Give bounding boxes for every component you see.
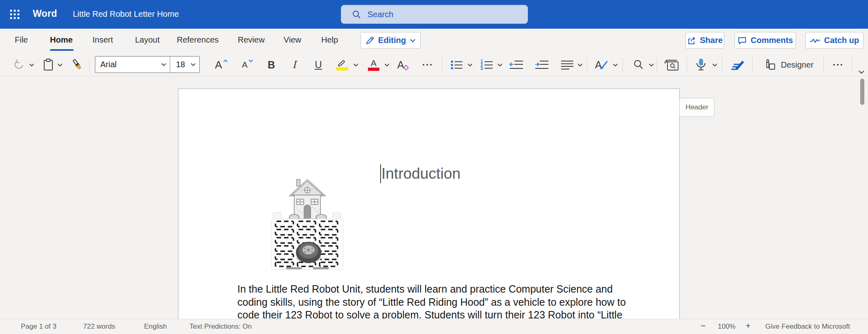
text-predictions-status[interactable]: Text Predictions: On — [189, 323, 252, 331]
chevron-down-icon — [190, 63, 196, 66]
status-bar: Page 1 of 3 722 words English Text Predi… — [0, 319, 868, 334]
dictate-button[interactable] — [693, 53, 709, 76]
find-button[interactable] — [631, 53, 646, 76]
italic-letter: I — [292, 59, 296, 70]
catch-up-button[interactable]: Catch up — [805, 32, 863, 49]
format-painter-button[interactable] — [70, 53, 85, 76]
highlight-menu-chevron[interactable] — [352, 53, 359, 76]
paragraph-line[interactable]: In the Little Red Robot Unit, students w… — [237, 283, 630, 296]
zoom-level[interactable]: 100% — [718, 323, 735, 331]
zoom-in-button[interactable]: + — [746, 321, 751, 331]
font-size-combobox[interactable]: 18 — [170, 57, 199, 73]
underline-letter: U — [315, 59, 322, 70]
search-box[interactable] — [341, 5, 528, 24]
app-launcher-icon[interactable] — [9, 9, 20, 20]
paragraph-line[interactable]: coding skills, using the story of “Littl… — [237, 296, 630, 309]
alignment-chevron[interactable] — [576, 53, 584, 76]
tab-review[interactable]: Review — [238, 35, 265, 45]
designer-label: Designer — [781, 60, 814, 70]
font-color-letter: A — [371, 59, 377, 67]
app-name[interactable]: Word — [33, 8, 57, 19]
clear-formatting-button[interactable]: A — [395, 53, 412, 76]
feedback-link[interactable]: Give Feedback to Microsoft — [765, 323, 850, 331]
bullet-list-button[interactable] — [449, 53, 465, 76]
font-color-swatch — [368, 68, 379, 71]
alignment-button[interactable] — [559, 53, 575, 76]
quick-toolbar: Arial 18 A A B I U A — [0, 53, 868, 76]
font-name-combobox[interactable]: Arial — [95, 57, 170, 73]
app-top-bar: Word Little Red Robot Letter Home — [0, 0, 868, 29]
active-tab-indicator — [50, 49, 74, 51]
toolbar-divider — [823, 57, 824, 72]
styles-button[interactable]: A — [593, 53, 611, 76]
paste-button[interactable] — [42, 53, 55, 76]
tab-insert[interactable]: Insert — [92, 35, 113, 45]
increase-indent-button[interactable] — [533, 53, 551, 76]
comment-icon — [737, 36, 747, 45]
toolbar-divider — [89, 57, 90, 72]
bold-letter: B — [268, 59, 275, 71]
paragraph-line[interactable]: code their 123 Robot to solve a problem.… — [237, 309, 630, 319]
vertical-scrollbar-thumb[interactable] — [860, 79, 864, 105]
text-highlight-button[interactable] — [334, 53, 350, 76]
toolbar-divider — [752, 57, 753, 72]
zoom-out-button[interactable]: − — [701, 321, 706, 331]
document-title[interactable]: Little Red Robot Letter Home — [73, 9, 179, 19]
underline-button[interactable]: U — [312, 53, 325, 76]
tab-references[interactable]: References — [177, 35, 219, 45]
document-canvas: Introduction In the Little Red Robot Uni… — [0, 76, 868, 319]
italic-button[interactable]: I — [288, 53, 300, 76]
designer-button[interactable]: Designer — [758, 53, 819, 76]
font-size-value: 18 — [176, 60, 190, 69]
dictate-chevron[interactable] — [711, 53, 718, 76]
styles-chevron[interactable] — [611, 53, 619, 76]
font-name-value: Arial — [100, 60, 161, 69]
word-count-status[interactable]: 722 words — [83, 323, 115, 331]
editing-mode-button[interactable]: Editing — [361, 32, 421, 49]
share-button[interactable]: Share — [685, 32, 724, 49]
decrease-indent-button[interactable] — [507, 53, 525, 76]
document-image-house-robot-mat[interactable] — [271, 166, 344, 272]
tab-view[interactable]: View — [284, 35, 301, 45]
ellipsis-icon — [833, 64, 842, 66]
chevron-down-icon — [410, 39, 416, 43]
toolbar-divider — [852, 57, 852, 72]
page-count-status[interactable]: Page 1 of 3 — [21, 323, 56, 331]
editor-button[interactable] — [728, 53, 747, 76]
find-chevron[interactable] — [647, 53, 655, 76]
bullet-list-chevron[interactable] — [466, 53, 473, 76]
tab-file[interactable]: File — [15, 35, 28, 45]
document-page[interactable]: Introduction In the Little Red Robot Uni… — [178, 89, 680, 319]
tab-home[interactable]: Home — [50, 35, 73, 45]
language-status[interactable]: English — [144, 323, 167, 331]
toolbar-divider — [687, 57, 687, 72]
bold-button[interactable]: B — [264, 53, 278, 76]
search-input[interactable] — [367, 10, 515, 19]
more-toolbar-options-button[interactable] — [829, 53, 846, 76]
toolbar-divider — [657, 57, 657, 72]
document-heading[interactable]: Introduction — [381, 165, 460, 182]
font-color-button[interactable]: A — [366, 53, 381, 76]
highlight-color-swatch — [336, 67, 348, 70]
catch-up-label: Catch up — [824, 36, 859, 45]
comments-button[interactable]: Comments — [735, 32, 796, 49]
style-brush-icon — [600, 60, 608, 69]
tab-help[interactable]: Help — [321, 35, 338, 45]
header-region-tag[interactable]: Header — [679, 98, 715, 117]
grow-font-button[interactable]: A — [213, 53, 230, 76]
comments-label: Comments — [751, 36, 793, 45]
paste-menu-chevron[interactable] — [56, 53, 63, 76]
undo-button[interactable] — [12, 53, 26, 76]
tab-layout[interactable]: Layout — [135, 35, 160, 45]
numbered-list-chevron[interactable] — [496, 53, 503, 76]
numbered-list-button[interactable]: 1 2 3 — [478, 53, 495, 76]
more-font-options-button[interactable] — [419, 53, 435, 76]
font-color-menu-chevron[interactable] — [383, 53, 390, 76]
ribbon-tab-row: File Home Insert Layout References Revie… — [0, 29, 868, 53]
undo-menu-chevron[interactable] — [28, 53, 35, 76]
share-label: Share — [700, 36, 723, 45]
editing-label: Editing — [378, 36, 406, 45]
shrink-font-button[interactable]: A — [239, 53, 256, 76]
toolbar-divider — [622, 57, 623, 72]
page-preview-search-button[interactable] — [662, 53, 681, 76]
